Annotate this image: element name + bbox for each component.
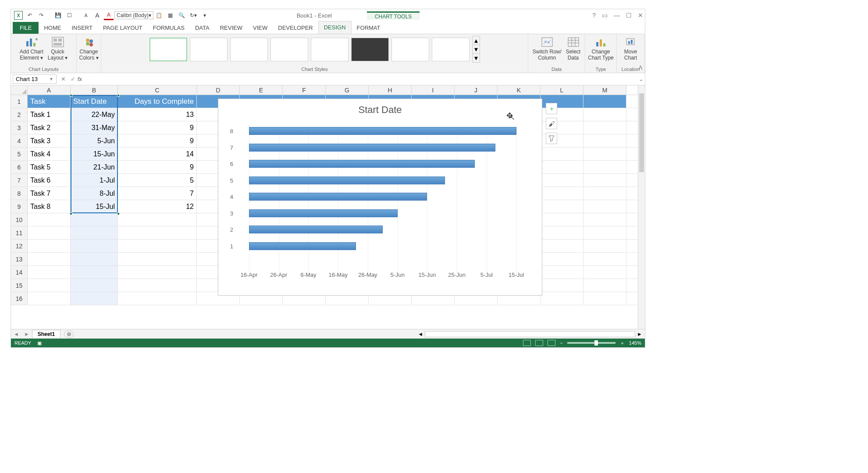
col-header-M[interactable]: M: [583, 85, 626, 95]
chart-title[interactable]: Start Date: [218, 99, 542, 118]
cell[interactable]: [118, 253, 197, 265]
qat-customize-icon[interactable]: ▾: [200, 11, 210, 20]
chart-styles-button[interactable]: 🖌: [546, 118, 557, 129]
cell[interactable]: [541, 187, 583, 200]
cell[interactable]: 5: [118, 174, 197, 187]
font-color-icon[interactable]: A: [104, 11, 114, 20]
chart-bar[interactable]: [249, 144, 495, 152]
col-header-D[interactable]: D: [197, 85, 240, 95]
tab-page-layout[interactable]: PAGE LAYOUT: [98, 22, 148, 34]
add-chart-element-button[interactable]: + Add Chart Element ▾: [20, 36, 43, 61]
col-header-E[interactable]: E: [240, 85, 283, 95]
cell[interactable]: [71, 266, 118, 279]
cell[interactable]: [541, 292, 583, 305]
cell[interactable]: [71, 213, 118, 226]
change-chart-type-button[interactable]: Change Chart Type: [588, 36, 613, 61]
cell[interactable]: [541, 253, 583, 265]
tab-formulas[interactable]: FORMULAS: [148, 22, 190, 34]
chart-filters-button[interactable]: [546, 133, 557, 144]
gallery-down-icon[interactable]: ▾: [473, 45, 480, 54]
help-icon[interactable]: ?: [592, 12, 596, 19]
cell[interactable]: [71, 226, 118, 239]
cell[interactable]: 15-Jul: [71, 200, 118, 213]
cell[interactable]: [71, 253, 118, 265]
col-header-G[interactable]: G: [326, 85, 369, 95]
cell[interactable]: Task 4: [28, 148, 71, 160]
row-header[interactable]: 14: [11, 266, 28, 279]
cell[interactable]: [71, 279, 118, 292]
cell[interactable]: [28, 279, 71, 292]
cell[interactable]: 13: [118, 108, 197, 121]
cell[interactable]: 15-Jun: [71, 148, 118, 160]
row-header[interactable]: 1: [11, 95, 28, 108]
tab-view[interactable]: VIEW: [248, 22, 273, 34]
row-header[interactable]: 11: [11, 226, 28, 239]
row-header[interactable]: 9: [11, 200, 28, 213]
cell[interactable]: 9: [118, 134, 197, 147]
sheet-nav-prev-icon[interactable]: ◄: [11, 331, 21, 337]
cell[interactable]: [583, 292, 626, 305]
cell[interactable]: [71, 240, 118, 252]
move-chart-button[interactable]: Move Chart: [624, 36, 638, 61]
chart-bar[interactable]: [249, 127, 516, 135]
row-header[interactable]: 2: [11, 108, 28, 121]
cell[interactable]: [28, 213, 71, 226]
chart-bar[interactable]: [249, 176, 445, 184]
change-colors-button[interactable]: Change Colors ▾: [79, 36, 99, 61]
cell[interactable]: 5-Jun: [71, 134, 118, 147]
qat-refresh-icon[interactable]: ↻▾: [189, 11, 198, 20]
cell[interactable]: [28, 226, 71, 239]
cell[interactable]: Task: [28, 95, 71, 108]
cell[interactable]: 12: [118, 200, 197, 213]
cell[interactable]: Task 1: [28, 108, 71, 121]
cell[interactable]: Start Date: [71, 95, 118, 108]
chart-style-5[interactable]: [311, 38, 349, 61]
cell[interactable]: [118, 266, 197, 279]
cell[interactable]: [583, 187, 626, 200]
close-icon[interactable]: ✕: [638, 12, 643, 19]
maximize-icon[interactable]: ☐: [626, 12, 632, 19]
chart-style-3[interactable]: [230, 38, 268, 61]
cell[interactable]: 8-Jul: [71, 187, 118, 200]
gallery-more-icon[interactable]: ▾: [473, 54, 480, 62]
cell[interactable]: [28, 292, 71, 305]
font-decrease-icon[interactable]: A: [81, 11, 91, 20]
cell[interactable]: 14: [118, 148, 197, 160]
cell[interactable]: Task 2: [28, 121, 71, 134]
font-increase-icon[interactable]: A: [92, 11, 102, 20]
cell[interactable]: Task 8: [28, 200, 71, 213]
cell[interactable]: [583, 108, 626, 121]
row-header[interactable]: 10: [11, 213, 28, 226]
chart-bar[interactable]: [249, 193, 427, 201]
confirm-edit-icon[interactable]: ✓: [68, 76, 78, 82]
cell[interactable]: Days to Complete: [118, 95, 197, 108]
cell[interactable]: [583, 174, 626, 187]
cell[interactable]: [541, 226, 583, 239]
cell[interactable]: Task 7: [28, 187, 71, 200]
cell[interactable]: [28, 240, 71, 252]
gallery-up-icon[interactable]: ▴: [473, 36, 480, 45]
cell[interactable]: Task 3: [28, 134, 71, 147]
cell[interactable]: [28, 253, 71, 265]
chart-style-1[interactable]: [149, 38, 187, 61]
chart-bar[interactable]: [249, 242, 356, 250]
cell[interactable]: 21-Jun: [71, 161, 118, 173]
chart-bar[interactable]: [249, 226, 383, 233]
col-header-B[interactable]: B: [71, 85, 118, 95]
embedded-chart[interactable]: Start Date 16-Apr26-Apr6-May16-May26-May…: [218, 99, 542, 296]
chart-plot-area[interactable]: 16-Apr26-Apr6-May16-May26-May5-Jun15-Jun…: [236, 125, 534, 274]
zoom-in-icon[interactable]: ＋: [620, 340, 625, 346]
row-header[interactable]: 8: [11, 187, 28, 200]
page-break-view-icon[interactable]: [548, 340, 555, 346]
vertical-scrollbar[interactable]: [638, 85, 645, 329]
undo-icon[interactable]: ↶: [25, 11, 35, 20]
cell[interactable]: [71, 292, 118, 305]
cell[interactable]: [583, 95, 626, 108]
qat-misc-1-icon[interactable]: 📋: [154, 11, 164, 20]
cell[interactable]: [583, 121, 626, 134]
cell[interactable]: [583, 266, 626, 279]
cell[interactable]: [541, 161, 583, 173]
cell[interactable]: 31-May: [71, 121, 118, 134]
chart-style-6[interactable]: [351, 38, 389, 61]
select-data-button[interactable]: Select Data: [566, 36, 580, 61]
